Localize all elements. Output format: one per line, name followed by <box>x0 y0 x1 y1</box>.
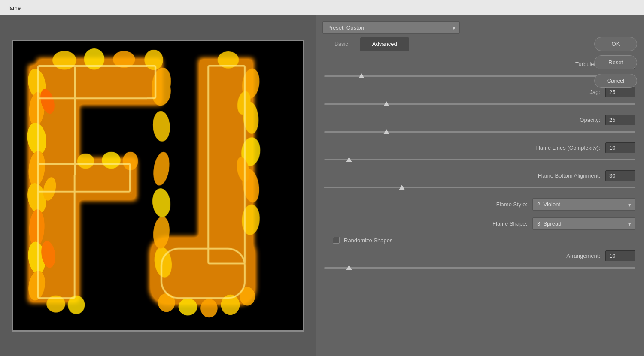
turbulent-slider-track[interactable] <box>324 75 635 77</box>
jag-slider-container <box>324 100 635 108</box>
arrangement-input[interactable] <box>605 250 635 261</box>
opacity-slider-thumb[interactable] <box>383 129 389 134</box>
ok-button[interactable]: OK <box>594 37 637 51</box>
jag-label: Jag: <box>589 89 600 95</box>
flame-shape-label: Flame Shape: <box>492 220 527 227</box>
jag-control: Jag: <box>324 87 635 108</box>
tab-advanced[interactable]: Advanced <box>360 37 409 51</box>
flame-shape-row: Flame Shape: 1. Parallel 2. Toward Cente… <box>324 217 635 230</box>
flame-lines-slider-container <box>324 156 635 163</box>
svg-point-24 <box>77 154 94 169</box>
flame-lines-slider-thumb[interactable] <box>346 157 352 162</box>
preset-select[interactable]: Preset: Custom <box>322 21 460 34</box>
arrangement-control: Arrangement: <box>324 250 635 272</box>
preset-bar: Preset: Custom <box>316 15 644 37</box>
opacity-control: Opacity: <box>324 115 635 136</box>
arrangement-slider-container <box>324 264 635 272</box>
flame-bottom-slider-track[interactable] <box>324 187 635 188</box>
app-title: Flame <box>5 5 21 11</box>
flame-lines-slider-track[interactable] <box>324 159 635 160</box>
flame-style-wrapper: 1. Calm 2. Violent 3. Small Turbulent 4.… <box>532 198 635 211</box>
turbulent-control: Turbulent: <box>324 59 635 80</box>
flame-preview <box>13 41 303 330</box>
flame-shape-wrapper: 1. Parallel 2. Toward Center 3. Spread 4… <box>532 217 635 230</box>
opacity-slider-track[interactable] <box>324 131 635 133</box>
flame-bottom-slider-thumb[interactable] <box>399 185 405 190</box>
arrangement-slider-thumb[interactable] <box>346 265 352 270</box>
flame-lines-input[interactable] <box>605 142 635 153</box>
randomize-label: Randomize Shapes <box>344 237 392 244</box>
flame-style-row: Flame Style: 1. Calm 2. Violent 3. Small… <box>324 198 635 211</box>
arrangement-label: Arrangement: <box>566 253 600 259</box>
flame-bottom-input[interactable] <box>605 170 635 181</box>
controls-area: Turbulent: Jag: <box>316 56 644 356</box>
preview-border <box>12 40 304 332</box>
flame-style-label: Flame Style: <box>496 201 527 208</box>
opacity-input[interactable] <box>605 115 635 125</box>
svg-point-25 <box>102 152 121 169</box>
jag-input[interactable] <box>605 87 635 97</box>
preview-panel <box>0 15 316 356</box>
turbulent-slider-container <box>324 72 635 80</box>
turbulent-slider-thumb[interactable] <box>358 73 365 78</box>
randomize-checkbox[interactable] <box>333 237 340 244</box>
opacity-label: Opacity: <box>580 117 600 123</box>
arrangement-slider-track[interactable] <box>324 267 635 269</box>
flame-bottom-slider-container <box>324 184 635 191</box>
flame-shape-select[interactable]: 1. Parallel 2. Toward Center 3. Spread 4… <box>532 217 635 230</box>
flame-lines-control: Flame Lines (Complexity): <box>324 142 635 163</box>
jag-slider-thumb[interactable] <box>383 101 389 106</box>
jag-slider-track[interactable] <box>324 103 635 105</box>
randomize-row: Randomize Shapes <box>324 237 635 244</box>
reset-button[interactable]: Reset <box>594 55 637 69</box>
svg-point-22 <box>144 50 163 70</box>
flame-lines-label: Flame Lines (Complexity): <box>535 145 600 151</box>
tab-basic[interactable]: Basic <box>322 37 360 51</box>
svg-point-34 <box>178 299 197 316</box>
svg-point-35 <box>200 299 218 318</box>
cancel-button[interactable]: Cancel <box>594 74 637 88</box>
flame-bottom-control: Flame Bottom Alignment: <box>324 170 635 191</box>
flame-bottom-label: Flame Bottom Alignment: <box>538 172 600 179</box>
svg-point-19 <box>52 51 76 70</box>
opacity-slider-container <box>324 128 635 136</box>
flame-style-select[interactable]: 1. Calm 2. Violent 3. Small Turbulent 4.… <box>532 198 635 211</box>
preset-wrapper: Preset: Custom <box>322 21 460 34</box>
buttons-panel: OK Reset Cancel <box>594 37 637 88</box>
right-section: Preset: Custom Basic Advanced Turbulent: <box>316 15 644 356</box>
